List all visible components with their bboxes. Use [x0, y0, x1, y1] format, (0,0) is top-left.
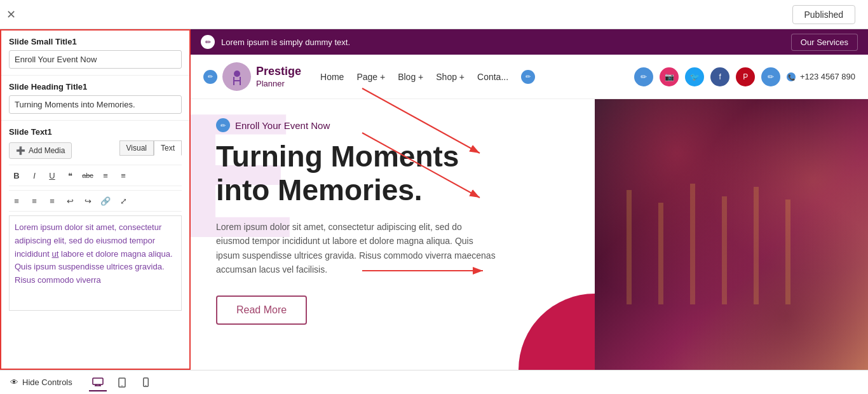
svg-rect-11 [785, 200, 790, 304]
view-buttons [89, 374, 155, 391]
slide-text-field: Slide Text1 ➕ Add Media Visual Text B I … [1, 121, 189, 317]
sidebar-panel: Slide Small Title1 Slide Heading Title1 … [0, 29, 191, 370]
logo-subtext: Planner [256, 79, 301, 88]
visual-tab[interactable]: Visual [119, 140, 154, 156]
nav-bar: ✏ Prestige Planner Home Page + B [191, 55, 868, 99]
underline-button[interactable]: U [44, 168, 60, 183]
main-layout: Slide Small Title1 Slide Heading Title1 … [0, 29, 868, 370]
logo-area: ✏ Prestige Planner [203, 62, 301, 91]
hero-image [595, 99, 868, 370]
marquee-edit-icon[interactable]: ✏ [201, 35, 215, 49]
slide-small-title-field: Slide Small Title1 [1, 31, 189, 76]
bottom-bar: 👁 Hide Controls [0, 370, 868, 394]
desktop-view-button[interactable] [89, 374, 107, 391]
link-button[interactable]: 🔗 [98, 193, 113, 208]
svg-point-0 [234, 71, 240, 77]
svg-text:📞: 📞 [788, 74, 796, 81]
hero-inner: ✏ Enroll Your Event Now Turning Moments … [216, 118, 569, 325]
nav-links: Home Page + Blog + Shop + Conta... ✏ [320, 70, 535, 84]
align-left-button[interactable]: ≡ [9, 193, 24, 208]
tablet-view-button[interactable] [113, 374, 131, 391]
text-tab[interactable]: Text [154, 140, 182, 156]
fullscreen-button[interactable]: ⤢ [116, 193, 131, 208]
nav-social: ✏ 📷 🐦 f P ✏ 📞 +123 4567 890 [634, 67, 855, 86]
logo-icon [222, 62, 251, 91]
phone-edit-icon[interactable]: ✏ [761, 67, 780, 86]
svg-point-23 [146, 385, 146, 386]
svg-rect-8 [690, 184, 695, 304]
italic-button[interactable]: I [27, 168, 42, 183]
strikethrough-button[interactable]: abc [80, 168, 95, 183]
svg-rect-16 [93, 378, 103, 384]
hero-section: E ✏ Enroll Your Event Now Turning Moment… [191, 99, 868, 370]
logo-name: Prestige [256, 65, 301, 79]
redo-button[interactable]: ↪ [80, 193, 95, 208]
eye-icon: 👁 [10, 377, 18, 387]
slide-text-label: Slide Text1 [9, 127, 182, 137]
slide-small-title-input[interactable] [9, 50, 182, 69]
slide-heading-title-field: Slide Heading Title1 [1, 76, 189, 121]
close-icon[interactable]: ✕ [6, 8, 16, 22]
logo-text-area: Prestige Planner [256, 65, 301, 88]
svg-rect-6 [627, 190, 632, 304]
slide-small-title-label: Slide Small Title1 [9, 37, 182, 46]
svg-point-21 [121, 385, 123, 386]
editor-toolbar-row1: B I U ❝ abc ≡ ≡ [9, 165, 182, 186]
phone-number: 📞 +123 4567 890 [787, 72, 855, 82]
hero-text: Lorem ipsum dolor sit amet, consectetur … [216, 220, 496, 277]
nav-shop[interactable]: Shop + [436, 72, 465, 82]
slide-heading-title-input[interactable] [9, 95, 182, 114]
read-more-button[interactable]: Read More [216, 296, 307, 325]
ordered-list-button[interactable]: ≡ [116, 168, 131, 183]
edit-social-icon[interactable]: ✏ [634, 67, 653, 86]
twitter-icon[interactable]: 🐦 [685, 67, 704, 86]
svg-rect-10 [754, 187, 759, 304]
preview-area: ✏ Lorem ipsum is simply dummy text. Our … [191, 29, 868, 370]
editor-content[interactable]: Lorem ipsum dolor sit amet, consectetur … [9, 215, 182, 311]
contact-edit-icon[interactable]: ✏ [521, 70, 535, 84]
marquee-bar: ✏ Lorem ipsum is simply dummy text. Our … [191, 29, 868, 55]
editor-top-row: ➕ Add Media Visual Text [9, 140, 182, 161]
mobile-view-button[interactable] [137, 374, 155, 391]
hero-content: E ✏ Enroll Your Event Now Turning Moment… [191, 99, 595, 370]
bullet-list-button[interactable]: ≡ [98, 168, 113, 183]
editor-tabs: Visual Text [119, 140, 182, 156]
hero-small-title: ✏ Enroll Your Event Now [216, 118, 569, 132]
nav-page[interactable]: Page + [356, 72, 385, 82]
align-right-button[interactable]: ≡ [44, 193, 60, 208]
bold-button[interactable]: B [9, 168, 24, 183]
pinterest-icon[interactable]: P [736, 67, 755, 86]
hero-small-title-edit-icon[interactable]: ✏ [216, 118, 230, 132]
svg-rect-9 [722, 196, 727, 304]
instagram-icon[interactable]: 📷 [660, 67, 679, 86]
undo-button[interactable]: ↩ [62, 193, 78, 208]
published-button[interactable]: Published [792, 5, 856, 24]
add-media-button[interactable]: ➕ Add Media [9, 142, 72, 159]
align-center-button[interactable]: ≡ [27, 193, 42, 208]
admin-bar: ✕ Published [0, 0, 868, 29]
nav-home[interactable]: Home [320, 72, 344, 82]
slide-heading-title-label: Slide Heading Title1 [9, 82, 182, 92]
editor-toolbar-row2: ≡ ≡ ≡ ↩ ↪ 🔗 ⤢ [9, 190, 182, 212]
blockquote-button[interactable]: ❝ [62, 168, 78, 183]
hero-heading: Turning Moments into Memories. [216, 140, 489, 207]
nav-contact[interactable]: Conta... [477, 72, 508, 82]
nav-blog[interactable]: Blog + [398, 72, 423, 82]
svg-rect-7 [658, 203, 663, 304]
marquee-text: Lorem ipsum is simply dummy text. [221, 37, 350, 47]
our-services-button[interactable]: Our Services [791, 34, 858, 51]
logo-edit-icon[interactable]: ✏ [203, 70, 217, 84]
add-media-icon: ➕ [16, 146, 25, 155]
hide-controls-toggle[interactable]: 👁 Hide Controls [10, 377, 72, 387]
facebook-icon[interactable]: f [710, 67, 729, 86]
